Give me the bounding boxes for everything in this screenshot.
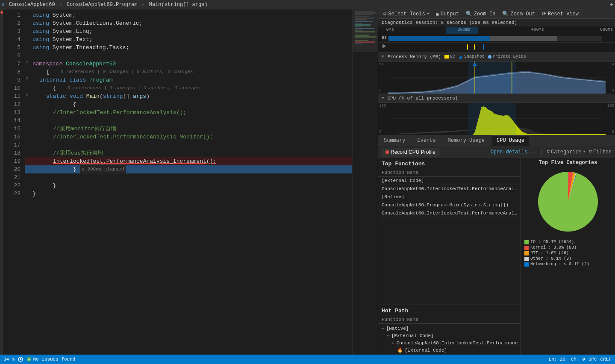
func-item-2[interactable]: [Native]	[378, 193, 521, 201]
project-name[interactable]: ConsoleAppNet60	[6, 2, 58, 8]
zoom-level[interactable]: 84 %	[3, 357, 15, 362]
main-area: 1 2 3 4 5 6 7 8 9 10 11 12 13 14 15 16 1…	[0, 9, 615, 355]
line-num-18: 18	[3, 149, 21, 157]
func-item-3[interactable]: ConsoleAppNet60.Program.Main(System.Stri…	[378, 201, 521, 209]
code-line-11[interactable]: static void Main(string[] args)	[25, 92, 352, 100]
hot-item-1[interactable]: ⇐ [External Code]	[378, 332, 521, 339]
record-dot-icon	[385, 150, 389, 154]
ruler-0ms: 0ms	[386, 27, 394, 32]
line-num-23: 23	[3, 190, 21, 198]
hot-item-0[interactable]: ⇐ [Native]	[378, 325, 521, 332]
legend-networking-label: Networking : < 0.1% (2)	[530, 262, 589, 267]
hot-item-3[interactable]: 🔥 [External Code]	[378, 346, 521, 354]
code-line-12[interactable]: {	[25, 100, 352, 109]
filter-icon-2: ▽	[589, 149, 592, 155]
hot-item-2[interactable]: ⇐ ConsoleAppNet60.InterlockedTest.Perfor…	[378, 339, 521, 346]
top-functions-title: Top Functions	[378, 158, 521, 169]
code-line-17[interactable]	[25, 141, 352, 149]
code-line-2[interactable]: using System.Collections.Generic;	[25, 19, 352, 27]
cpu-collapse-icon[interactable]: ▼	[382, 96, 384, 100]
func-item-0[interactable]: [External Code]	[378, 177, 521, 185]
timeline-ruler: 0ms 200ms 400ms 600ms	[378, 27, 615, 34]
code-line-19[interactable]: InterlockedTest.PerformanceAnalysis_Incr…	[25, 157, 352, 165]
cpu-bar-right: Open details... | ▽ Categories ▾ ▽ Filte…	[491, 149, 612, 155]
legend-io-color	[524, 240, 529, 244]
code-line-1[interactable]: using System;	[25, 11, 352, 19]
svg-rect-9	[468, 62, 516, 94]
encoding-label[interactable]: SPC	[589, 357, 597, 362]
code-line-6[interactable]	[25, 52, 352, 60]
func-item-4[interactable]: ConsoleAppNet60.InterlockedTest.Performa…	[378, 209, 521, 217]
code-line-20[interactable]: } ≤ 209ms elapsed	[25, 165, 352, 173]
svg-rect-0	[382, 36, 384, 39]
legend-networking: Networking : < 0.1% (2)	[523, 261, 613, 267]
separator-1: ▸	[59, 1, 62, 8]
record-cpu-profile-btn[interactable]: Record CPU Profile	[382, 148, 439, 156]
code-editor[interactable]: ⊟ ⊟ ⊟ using System; using System.Collect…	[25, 9, 352, 355]
filter-label: Filter	[593, 149, 612, 155]
tab-memory-usage[interactable]: Memory Usage	[442, 135, 490, 146]
method-name[interactable]: Main(string[] args)	[147, 2, 210, 8]
zoom-out-icon: 🔍	[502, 11, 509, 17]
legend-kernel-label: Kernel : 3.0% (83)	[530, 245, 577, 250]
class-name[interactable]: ConsoleAppNet60.Program	[64, 2, 140, 8]
status-bar: 84 % No issues found Ln: 20 Ch: 9 SPC CR…	[0, 355, 615, 364]
zoom-in-btn[interactable]: 🔍 Zoom In	[464, 11, 497, 17]
line-ending-label[interactable]: CRLF	[600, 357, 612, 362]
select-tools-btn[interactable]: ⚙ Select Tools ▾	[382, 11, 431, 17]
code-line-5[interactable]: using System.Threading.Tasks;	[25, 44, 352, 52]
code-line-8[interactable]: { 0 references | 0 changes | 0 authors, …	[25, 68, 352, 76]
code-line-18[interactable]: //采用cas执行自增	[25, 149, 352, 157]
events-track-icon	[380, 35, 388, 42]
legend-kernel-color	[524, 246, 529, 250]
zoom-value: 84 %	[3, 357, 15, 362]
filter-btn[interactable]: ▽ Filter	[589, 149, 612, 155]
line-num-16: 16	[3, 133, 21, 141]
code-line-15[interactable]: //采用monitor执行自增	[25, 125, 352, 133]
tab-events[interactable]: Events	[412, 135, 441, 146]
line-num-2: 2	[3, 19, 21, 27]
code-line-22[interactable]: }	[25, 182, 352, 190]
cursor-position: Ln: 20 Ch: 9	[549, 357, 585, 362]
code-line-14[interactable]	[25, 117, 352, 125]
svg-rect-12	[468, 103, 516, 135]
memory-chart-title: Process Memory (MB)	[387, 54, 441, 59]
categories-filter-btn[interactable]: ▽ Categories ▾	[547, 149, 586, 155]
memory-collapse-icon[interactable]: ▼	[382, 55, 384, 59]
code-line-13[interactable]: //InterlockedTest.PerformanceAnalysis();	[25, 109, 352, 117]
code-line-21[interactable]	[25, 173, 352, 182]
line-num-6: 6	[3, 52, 21, 60]
tab-cpu-usage[interactable]: CPU Usage	[491, 135, 530, 146]
arrow-icon-0: ⇐	[382, 326, 385, 331]
tab-summary[interactable]: Summary	[378, 135, 411, 146]
new-tab-btn[interactable]: +	[610, 1, 613, 8]
code-line-4[interactable]: using System.Text;	[25, 35, 352, 44]
memory-y-labels-left: 14 0	[378, 62, 388, 94]
code-line-23[interactable]: }	[25, 190, 352, 198]
svg-marker-2	[383, 44, 386, 48]
pie-section: Top Five Categories	[521, 158, 615, 355]
git-icon-area[interactable]	[18, 357, 23, 362]
code-line-9[interactable]: internal class Program	[25, 76, 352, 84]
no-issues-area[interactable]: No issues found	[26, 357, 75, 362]
code-line-3[interactable]: using System.Linq;	[25, 27, 352, 35]
func-item-1[interactable]: ConsoleAppNet60.InterlockedTest.Performa…	[378, 185, 521, 193]
cpu-chart-header: ▼ CPU (% of all processors)	[378, 94, 615, 103]
cpu-svg-area	[388, 103, 606, 135]
title-bar: ⚙ ConsoleAppNet60 ▸ ConsoleAppNet60.Prog…	[0, 0, 615, 9]
cpu-chart-section: ▼ CPU (% of all processors) 100 0	[378, 94, 615, 135]
reset-view-btn[interactable]: ⟳ Reset View	[540, 11, 580, 17]
line-num-21: 21	[3, 173, 21, 182]
functions-section: Top Functions Function Name [External Co…	[378, 158, 615, 355]
code-line-10[interactable]: { 0 references | 0 changes | 0 authors, …	[25, 84, 352, 92]
pie-title: Top Five Categories	[539, 160, 597, 166]
open-details-link[interactable]: Open details...	[491, 149, 537, 155]
left-sidebar	[0, 9, 3, 355]
output-btn[interactable]: ▣ Output	[434, 11, 461, 17]
zoom-out-btn[interactable]: 🔍 Zoom Out	[500, 11, 537, 17]
code-line-7[interactable]: namespace ConsoleAppNet60	[25, 60, 352, 68]
categories-dropdown-icon: ▾	[583, 150, 585, 154]
code-line-16[interactable]: //InterlockedTest.PerformanceAnalysis_Mo…	[25, 133, 352, 141]
line-num-20: 20	[3, 165, 21, 173]
git-icon	[18, 357, 23, 362]
